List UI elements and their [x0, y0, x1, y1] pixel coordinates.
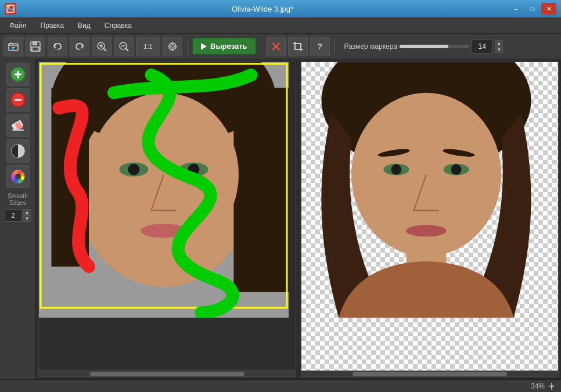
source-canvas[interactable] [39, 62, 289, 318]
redo-button[interactable] [70, 37, 89, 56]
cancel-button[interactable] [266, 37, 286, 56]
marker-slider-container[interactable]: 14 ▲ ▼ [400, 39, 503, 53]
play-icon [201, 43, 207, 50]
marker-size-label: Размер маркера [344, 42, 398, 51]
toolbar: 1:1 Вырезать ? Размер маркера [0, 34, 561, 59]
bw-mode-button[interactable] [6, 139, 30, 163]
separator-2 [261, 38, 261, 55]
result-canvas[interactable] [301, 62, 551, 318]
titlebar: Olivia-Wilde 3.jpg* – □ ✕ [0, 0, 561, 17]
canvas-area [36, 59, 561, 379]
svg-rect-5 [32, 47, 39, 51]
svg-line-12 [125, 48, 128, 51]
run-button[interactable]: Вырезать [192, 38, 256, 55]
zoom-fit-button[interactable] [163, 37, 182, 56]
smooth-edges-value: 2 [5, 209, 22, 222]
smooth-edges-decrement[interactable]: ▼ [23, 215, 31, 222]
undo-button[interactable] [48, 37, 67, 56]
statusbar: 34% [0, 379, 561, 392]
marker-increment[interactable]: ▲ [495, 40, 503, 46]
open-button[interactable] [3, 37, 23, 56]
marker-slider-fill [400, 45, 448, 48]
svg-point-14 [169, 43, 176, 50]
result-scrollbar-thumb [353, 372, 506, 376]
remove-marker-button[interactable] [6, 88, 30, 112]
result-scrollbar[interactable] [301, 371, 558, 376]
svg-line-8 [103, 48, 106, 51]
maximize-button[interactable]: □ [525, 3, 540, 15]
marker-slider[interactable] [400, 45, 469, 48]
zoom-reset-button[interactable]: 1:1 [136, 37, 160, 56]
main-area: Smooth Edges 2 ▲ ▼ [0, 59, 561, 379]
zoom-in-button[interactable] [92, 37, 112, 56]
add-marker-button[interactable] [6, 63, 30, 86]
minimize-button[interactable]: – [509, 3, 524, 15]
zoom-level: 34% [531, 382, 545, 390]
menubar: Файл Правка Вид Справка [0, 17, 561, 34]
color-picker-button[interactable] [6, 165, 30, 188]
menu-help[interactable]: Справка [98, 19, 139, 32]
separator-1 [187, 38, 188, 55]
svg-point-15 [171, 45, 174, 48]
left-toolbar: Smooth Edges 2 ▲ ▼ [0, 59, 36, 379]
help-button[interactable]: ? [310, 37, 330, 56]
source-canvas-panel[interactable] [38, 62, 296, 377]
window-title: Olivia-Wilde 3.jpg* [16, 5, 509, 13]
separator-3 [335, 38, 335, 55]
source-scrollbar[interactable] [39, 371, 296, 376]
svg-rect-22 [295, 44, 301, 49]
result-canvas-panel[interactable] [301, 62, 559, 377]
zoom-out-button[interactable] [114, 37, 134, 56]
smooth-edges-increment[interactable]: ▲ [23, 209, 31, 215]
crop-button[interactable] [288, 37, 308, 56]
svg-point-1 [8, 6, 10, 8]
menu-edit[interactable]: Правка [34, 19, 71, 32]
smooth-edges-label: Smooth Edges [0, 193, 35, 207]
svg-point-35 [15, 174, 21, 179]
marker-decrement[interactable]: ▼ [495, 46, 503, 53]
menu-view[interactable]: Вид [71, 19, 98, 32]
save-button[interactable] [26, 37, 45, 56]
source-scrollbar-thumb [90, 372, 244, 376]
zoom-icon [547, 382, 556, 391]
marker-value: 14 [472, 39, 492, 53]
smooth-edges-control[interactable]: 2 ▲ ▼ [5, 209, 31, 222]
app-icon [5, 3, 16, 15]
eraser-button[interactable] [6, 114, 30, 137]
menu-file[interactable]: Файл [2, 19, 34, 32]
marker-spinner[interactable]: ▲ ▼ [495, 40, 503, 53]
close-button[interactable]: ✕ [541, 3, 556, 15]
